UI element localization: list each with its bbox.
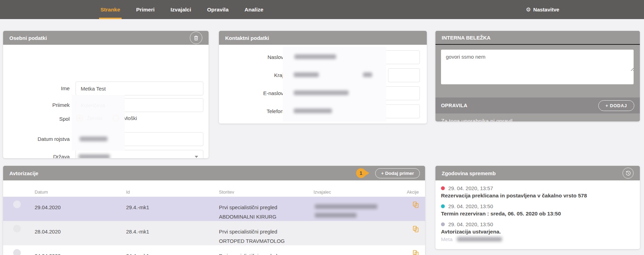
- label-datum-rojstva: Datum rojstva: [3, 136, 70, 142]
- authorizations-panel: Avtorizacije 1 + Dodaj primer Datum Id S…: [3, 166, 425, 255]
- tab-analize[interactable]: Analize: [245, 0, 263, 19]
- label-spol: Spol: [3, 116, 70, 122]
- step-badge-number: 1: [360, 170, 362, 176]
- authorization-action-icon[interactable]: [413, 226, 419, 234]
- cell-storitev: Prvi specialistični pregled ABDOMINALNI …: [219, 203, 277, 221]
- status-dot: [441, 186, 445, 190]
- history-panel-header: Zgodovina sprememb: [435, 166, 640, 180]
- list-item: 29. 04. 2020, 13:50 Termin rezerviran : …: [441, 203, 634, 217]
- col-akcije: Akcije: [407, 189, 419, 195]
- cell-id: 24.4.-mk1: [126, 251, 149, 255]
- history-refresh-button[interactable]: [623, 168, 634, 179]
- history-text: Rezervacija preklicana in postavljena v …: [441, 193, 634, 199]
- nav-settings[interactable]: ⚙ Nastavitve: [526, 0, 559, 19]
- contact-panel-header: Kontaktni podatki: [219, 31, 427, 45]
- panel-title: Kontaktni podatki: [225, 35, 269, 41]
- panel-title: Avtorizacije: [9, 170, 38, 176]
- delete-client-button[interactable]: [190, 32, 202, 44]
- history-timestamp: 29. 04. 2020, 13:57: [448, 185, 493, 191]
- row-status-circle: [13, 249, 21, 255]
- cell-datum: 29.04.2020: [35, 203, 61, 212]
- tab-opravila[interactable]: Opravila: [207, 0, 229, 19]
- internal-note-textarea[interactable]: govori ssmo nem: [441, 50, 634, 84]
- history-timestamp: 29. 04. 2020, 13:50: [448, 203, 493, 209]
- chevron-down-icon: [195, 156, 198, 158]
- authorization-action-icon[interactable]: [413, 202, 419, 210]
- gear-icon: ⚙: [526, 6, 531, 13]
- label-telefon: Telefon: [219, 108, 283, 114]
- status-dot: [441, 204, 445, 208]
- note-panel-header: INTERNA BELEŽKA: [435, 31, 640, 45]
- history-text: Avtorizacija ustvarjena.: [441, 229, 634, 235]
- cell-storitev: Prvi specialistični pregled: [219, 251, 277, 255]
- table-row[interactable]: 24.04.2020 24.4.-mk1 Prvi specialistični…: [3, 245, 425, 255]
- redacted-value: [315, 204, 377, 209]
- col-izvajalec: Izvajalec: [314, 189, 331, 195]
- redacted-value: [294, 109, 332, 113]
- history-list: 29. 04. 2020, 13:57 Rezervacija preklica…: [435, 180, 640, 249]
- row-status-circle: [13, 225, 21, 232]
- redacted-region: [72, 95, 125, 151]
- history-timestamp: 29. 04. 2020, 13:50: [448, 221, 493, 227]
- cell-id: 29.4.-mk1: [126, 203, 149, 212]
- list-item: 29. 04. 2020, 13:57 Rezervacija preklica…: [441, 185, 634, 199]
- redacted-value: [363, 73, 372, 77]
- table-row[interactable]: 28.04.2020 28.4.-mk1 Prvi specialistični…: [3, 221, 425, 245]
- row-status-circle: [13, 201, 21, 208]
- panel-title: Osebni podatki: [9, 35, 47, 41]
- col-id: Id: [126, 189, 130, 195]
- cell-id: 28.4.-mk1: [126, 227, 149, 236]
- history-meta: Meta: [441, 236, 634, 243]
- tab-stranke[interactable]: Stranke: [100, 0, 120, 19]
- copy-icon: [413, 202, 419, 208]
- redacted-value: [315, 213, 356, 218]
- authorizations-header: Avtorizacije 1 + Dodaj primer: [3, 166, 425, 180]
- cell-datum: 28.04.2020: [35, 227, 61, 236]
- authorization-action-icon[interactable]: [413, 250, 419, 255]
- internal-note-panel: INTERNA BELEŽKA govori ssmo nem OPRAVILA…: [435, 31, 640, 121]
- list-item: 29. 04. 2020, 13:50 Avtorizacija ustvarj…: [441, 221, 634, 243]
- personal-panel-header: Osebni podatki: [3, 31, 209, 45]
- ime-input[interactable]: [76, 82, 203, 95]
- trash-icon: [194, 35, 199, 41]
- label-ime: Ime: [3, 85, 70, 91]
- nav-tabs: Stranke Primeri Izvajalci Opravila Anali…: [100, 0, 263, 19]
- redacted-value: [294, 73, 319, 77]
- change-history-panel: Zgodovina sprememb 29. 04. 2020, 13:57 R…: [435, 166, 640, 249]
- tasks-subheader: OPRAVILA + DODAJ: [435, 97, 640, 113]
- personal-data-panel: Osebni podatki Ime Priimek Spol Ženski M…: [3, 31, 209, 158]
- copy-icon: [413, 250, 419, 255]
- col-datum: Datum: [35, 189, 48, 195]
- redacted-value: [79, 154, 110, 158]
- add-task-button[interactable]: + DODAJ: [598, 100, 634, 111]
- redacted-value: [294, 54, 336, 59]
- panel-title: Zgodovina sprememb: [442, 170, 496, 176]
- top-nav: Stranke Primeri Izvajalci Opravila Anali…: [0, 0, 644, 19]
- redacted-value: [294, 91, 349, 95]
- tasks-empty-text: Za tega uporabnika ni opravil.: [441, 118, 514, 121]
- radio-moski-label: Moški: [123, 115, 137, 121]
- label-enaslov: E-naslov: [219, 90, 283, 96]
- tab-izvajalci[interactable]: Izvajalci: [170, 0, 191, 19]
- copy-icon: [413, 226, 419, 232]
- label-naslov: Naslov: [219, 54, 283, 60]
- contact-data-panel: Kontaktni podatki Naslov Kraj E-naslov T…: [219, 31, 427, 124]
- status-dot: [441, 222, 445, 226]
- step-badge: 1: [356, 168, 366, 178]
- tab-primeri[interactable]: Primeri: [136, 0, 155, 19]
- meta-label: Meta: [441, 236, 452, 242]
- label-drzava: Država: [3, 154, 70, 158]
- cell-datum: 24.04.2020: [35, 251, 61, 255]
- redacted-value: [80, 137, 107, 141]
- panel-title: INTERNA BELEŽKA: [442, 35, 491, 41]
- settings-label: Nastavitve: [533, 7, 559, 12]
- col-storitev: Storitev: [219, 189, 234, 195]
- add-case-button[interactable]: + Dodaj primer: [375, 168, 420, 178]
- table-row[interactable]: 29.04.2020 29.4.-mk1 Prvi specialistični…: [3, 197, 425, 221]
- cell-storitev: Prvi specialistični pregled ORTOPED TRAV…: [219, 227, 285, 246]
- label-kraj: Kraj: [219, 72, 283, 78]
- history-icon: [626, 171, 631, 176]
- tasks-title: OPRAVILA: [441, 103, 467, 108]
- kraj-input[interactable]: [388, 68, 420, 82]
- label-priimek: Priimek: [3, 102, 70, 108]
